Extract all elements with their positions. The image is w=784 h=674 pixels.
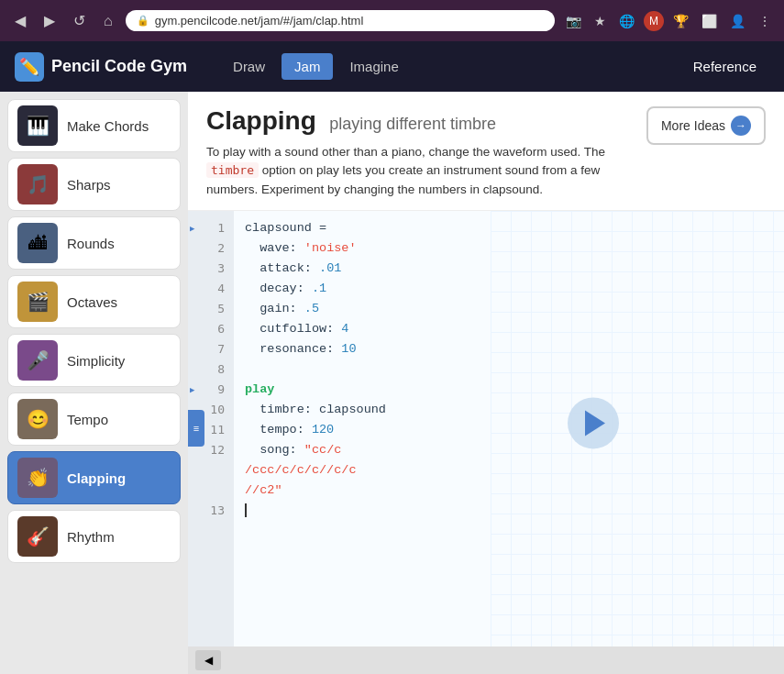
sharps-label: Sharps	[67, 177, 111, 193]
forward-button[interactable]: ▶	[39, 8, 61, 33]
sidebar-item-simplicity[interactable]: 🎤 Simplicity	[7, 334, 181, 387]
desc-part2: option on play lets you create an instru…	[206, 163, 600, 195]
content-header: Clapping playing different timbre To pla…	[188, 92, 784, 211]
code-line-13[interactable]	[234, 501, 784, 521]
lock-icon: 🔒	[137, 15, 149, 27]
home-button[interactable]: ⌂	[98, 9, 118, 33]
code-line-2: wave: 'noise'	[234, 238, 784, 259]
octaves-thumb: 🎬	[17, 282, 58, 322]
user-icon[interactable]: 👤	[726, 10, 749, 32]
reference-button[interactable]: Reference	[680, 53, 769, 80]
desc-part1: To play with a sound other than a piano,…	[206, 145, 605, 159]
bookmark-icon[interactable]: ★	[591, 10, 610, 32]
menu-icon[interactable]: ⋮	[755, 10, 775, 32]
sidebar-item-makechords[interactable]: 🎹 Make Chords	[7, 99, 181, 152]
code-line-12c: //c2"	[234, 481, 784, 501]
code-line-8	[234, 359, 784, 380]
line-num-13: 13	[188, 501, 234, 521]
address-bar[interactable]: 🔒 gym.pencilcode.net/jam/#/jam/clap.html	[126, 10, 555, 31]
code-line-10: timbre: clapsound	[234, 400, 784, 420]
window-icon[interactable]: ⬜	[698, 10, 721, 32]
line-num-9: 9	[188, 380, 234, 400]
simplicity-label: Simplicity	[67, 353, 125, 369]
code-line-11: tempo: 120	[234, 420, 784, 440]
sidebar-toggle-icon: ≡	[193, 423, 199, 434]
line-num-1: 1	[188, 218, 234, 238]
sidebar-item-tempo[interactable]: 😊 Tempo	[7, 392, 181, 446]
code-line-12b: /ccc/c/c/c//c/c	[234, 460, 784, 481]
code-line-3: attack: .01	[234, 259, 784, 279]
line-num-7: 7	[188, 339, 234, 359]
rhythm-label: Rhythm	[67, 529, 115, 545]
pagination-prev[interactable]: ◀	[195, 650, 221, 670]
page-title: Clapping	[206, 106, 316, 135]
tempo-label: Tempo	[67, 412, 108, 427]
sidebar-item-octaves[interactable]: 🎬 Octaves	[7, 275, 181, 328]
extension-icon[interactable]: 🏆	[669, 10, 692, 32]
code-line-5: gain: .5	[234, 299, 784, 319]
makechords-thumb: 🎹	[17, 105, 58, 146]
code-line-4: decay: .1	[234, 279, 784, 299]
play-triangle-icon	[585, 411, 605, 436]
more-ideas-arrow-icon: →	[731, 116, 751, 136]
line-num-4: 4	[188, 279, 234, 299]
app-header: ✏️ Pencil Code Gym Draw Jam Imagine Refe…	[0, 41, 784, 92]
code-line-12a: song: "cc/c	[234, 440, 784, 460]
content-area: Clapping playing different timbre To pla…	[188, 92, 784, 674]
line-num-8: 8	[188, 359, 234, 380]
sidebar-toggle-button[interactable]: ≡	[188, 410, 204, 447]
rounds-thumb: 🏙	[17, 223, 58, 263]
logo-icon: ✏️	[15, 52, 44, 82]
nav-jam[interactable]: Jam	[282, 53, 333, 80]
rhythm-thumb: 🎸	[17, 516, 58, 557]
profile-m-icon[interactable]: M	[644, 11, 664, 31]
code-line-9: play	[234, 380, 784, 400]
line-num-6: 6	[188, 319, 234, 339]
more-ideas-button[interactable]: More Ideas →	[646, 106, 766, 145]
app-logo: ✏️ Pencil Code Gym	[15, 52, 187, 82]
line-num-12c	[188, 481, 234, 501]
main-layout: 🎹 Make Chords 🎵 Sharps 🏙 Rounds 🎬 Octave…	[0, 92, 784, 674]
sharps-thumb: 🎵	[17, 164, 58, 204]
more-ideas-label: More Ideas	[661, 118, 725, 133]
octaves-label: Octaves	[67, 294, 117, 310]
line-num-12b	[188, 460, 234, 481]
content-description: To play with a sound other than a piano,…	[206, 143, 637, 199]
clapping-label: Clapping	[67, 470, 126, 486]
line-num-5: 5	[188, 299, 234, 319]
code-line-7: resonance: 10	[234, 339, 784, 359]
browser-icons: 📷 ★ 🌐 M 🏆 ⬜ 👤 ⋮	[562, 10, 775, 32]
sidebar-item-rounds[interactable]: 🏙 Rounds	[7, 216, 181, 270]
sidebar-item-rhythm[interactable]: 🎸 Rhythm	[7, 510, 181, 563]
browser-chrome: ◀ ▶ ↺ ⌂ 🔒 gym.pencilcode.net/jam/#/jam/c…	[0, 0, 784, 41]
content-title-area: Clapping playing different timbre To pla…	[206, 106, 637, 199]
sidebar: 🎹 Make Chords 🎵 Sharps 🏙 Rounds 🎬 Octave…	[0, 92, 188, 674]
page-subtitle: playing different timbre	[329, 115, 496, 133]
line-num-3: 3	[188, 259, 234, 279]
nav-draw[interactable]: Draw	[220, 53, 278, 80]
nav-imagine[interactable]: Imagine	[337, 53, 411, 80]
code-content[interactable]: clapsound = wave: 'noise' attack: .01 de…	[234, 211, 784, 646]
back-button[interactable]: ◀	[9, 8, 31, 33]
rounds-label: Rounds	[67, 236, 115, 251]
makechords-label: Make Chords	[67, 118, 149, 134]
url-text: gym.pencilcode.net/jam/#/jam/clap.html	[155, 14, 364, 28]
line-num-2: 2	[188, 238, 234, 259]
app-nav: Draw Jam Imagine	[220, 53, 412, 80]
tempo-thumb: 😊	[17, 399, 58, 439]
sidebar-item-sharps[interactable]: 🎵 Sharps	[7, 158, 181, 211]
pagination-bar: ◀	[188, 646, 784, 674]
code-line-6: cutfollow: 4	[234, 319, 784, 339]
translate-icon[interactable]: 🌐	[615, 10, 638, 32]
play-button[interactable]	[568, 398, 619, 449]
code-line-1: clapsound =	[234, 218, 784, 238]
clapping-thumb: 👏	[17, 458, 58, 498]
simplicity-thumb: 🎤	[17, 340, 58, 381]
logo-text: Pencil Code Gym	[51, 57, 187, 76]
code-editor[interactable]: 1 2 3 4 5 6 7 8 9 10 11 12 13 clapsound …	[188, 211, 784, 646]
screenshot-icon[interactable]: 📷	[562, 10, 585, 32]
sidebar-item-clapping[interactable]: 👏 Clapping	[7, 451, 181, 504]
reload-button[interactable]: ↺	[68, 8, 91, 33]
timbre-keyword: timbre	[206, 162, 259, 178]
